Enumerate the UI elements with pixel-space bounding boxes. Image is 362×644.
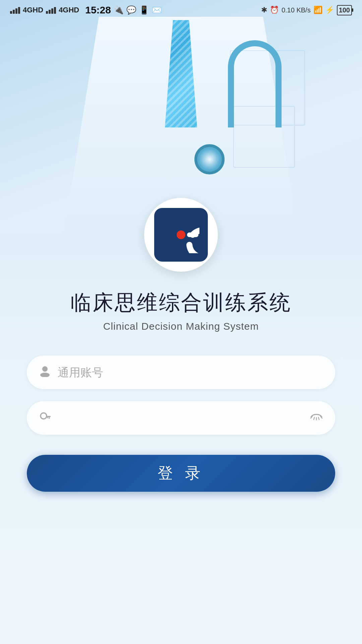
login-button[interactable]: 登 录 <box>27 455 335 492</box>
status-left: 4GHD 4GHD 15:28 🔌 💬 📱 ✉️ <box>10 4 162 16</box>
logo-inner <box>154 208 208 262</box>
svg-rect-7 <box>47 417 48 418</box>
svg-rect-6 <box>49 417 50 419</box>
password-input[interactable] <box>58 412 310 425</box>
bar6 <box>49 10 51 14</box>
svg-line-11 <box>318 417 319 420</box>
status-bar: 4GHD 4GHD 15:28 🔌 💬 📱 ✉️ ✱ ⏰ 0.10 KB/s <box>0 0 362 20</box>
stethoscope <box>188 40 288 174</box>
password-wrapper[interactable] <box>27 401 335 435</box>
bar2 <box>13 10 15 14</box>
chat-icon: 💬 <box>126 5 136 15</box>
main-content: 临床思维综合训练系统 Clinical Decision Making Syst… <box>0 235 362 644</box>
svg-point-4 <box>41 413 47 419</box>
bar8 <box>54 7 56 14</box>
signal-bars-1 <box>10 6 20 14</box>
alarm-icon: ⏰ <box>270 6 279 14</box>
status-right: ✱ ⏰ 0.10 KB/s 📶 ⚡ 100 <box>261 5 352 15</box>
status-time: 15:28 <box>85 4 111 16</box>
speed-indicator: 0.10 KB/s <box>282 6 311 14</box>
usb-icon: 🔌 <box>114 5 124 15</box>
lightning-icon: ⚡ <box>325 6 334 14</box>
bar4 <box>18 7 20 14</box>
bar5 <box>46 11 48 14</box>
logo-graphic <box>163 216 199 253</box>
svg-point-3 <box>40 373 50 377</box>
bar1 <box>10 11 12 14</box>
network-type-1: 4GHD <box>23 6 43 14</box>
svg-rect-5 <box>46 416 51 417</box>
input-group <box>27 356 335 435</box>
logo-wrapper <box>144 198 218 272</box>
username-wrapper[interactable] <box>27 356 335 389</box>
bar3 <box>15 8 17 14</box>
eye-toggle-icon[interactable] <box>310 412 323 424</box>
logo-svg <box>163 216 199 253</box>
network-type-2: 4GHD <box>59 6 79 14</box>
app-title-english: Clinical Decision Making System <box>103 321 259 332</box>
svg-point-2 <box>42 366 48 372</box>
wifi-icon: 📶 <box>313 6 322 14</box>
stethoscope-tube <box>228 40 282 127</box>
signal-bars-2 <box>46 6 56 14</box>
battery-indicator: 100 <box>337 5 352 15</box>
username-input[interactable] <box>58 366 323 379</box>
app-title-chinese: 临床思维综合训练系统 <box>70 288 292 317</box>
key-icon <box>39 411 51 426</box>
page: 4GHD 4GHD 15:28 🔌 💬 📱 ✉️ ✱ ⏰ 0.10 KB/s <box>0 0 362 644</box>
wechat-icon: 📱 <box>139 5 149 15</box>
logo-circle <box>144 198 218 272</box>
user-icon <box>39 365 51 380</box>
mail-icon: ✉️ <box>152 5 162 15</box>
bluetooth-icon: ✱ <box>261 6 267 14</box>
svg-line-9 <box>314 417 314 420</box>
svg-point-1 <box>177 230 185 239</box>
bar7 <box>51 8 53 14</box>
stethoscope-head <box>194 144 225 174</box>
